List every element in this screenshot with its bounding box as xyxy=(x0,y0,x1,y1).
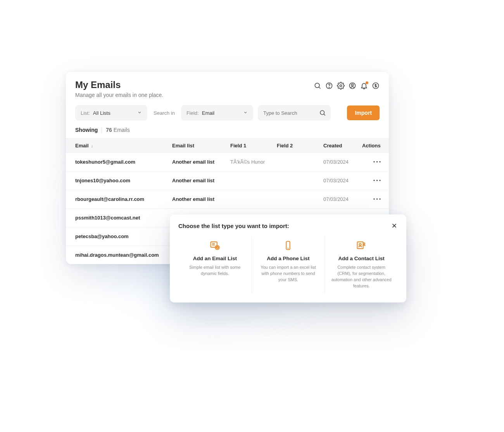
svg-point-20 xyxy=(363,243,365,244)
user-icon[interactable] xyxy=(349,82,356,90)
table-header: Email ↓ Email list Field 1 Field 2 Creat… xyxy=(66,138,389,153)
cell-created: 07/03/2024 xyxy=(323,159,362,165)
option-contact-list[interactable]: Add a Contact List Complete contact syst… xyxy=(324,236,398,293)
option-desc: Complete contact system (CRM), for segme… xyxy=(330,264,392,289)
dollar-icon[interactable] xyxy=(372,82,380,90)
option-title: Add a Phone List xyxy=(257,256,319,261)
field-filter-label: Field: xyxy=(186,110,199,116)
import-modal: Choose the list type you want to import:… xyxy=(170,214,406,302)
option-title: Add a Contact List xyxy=(330,256,392,261)
field-filter-value: Email xyxy=(202,110,215,116)
table-row: tokeshunor5@gmail.com Another email list… xyxy=(66,153,389,171)
col-created[interactable]: Created xyxy=(323,143,362,149)
svg-point-19 xyxy=(359,244,361,245)
svg-rect-12 xyxy=(211,242,217,247)
search-input[interactable] xyxy=(263,110,325,116)
help-icon[interactable] xyxy=(325,82,333,90)
cell-email: rbourgeault@carolina.rr.com xyxy=(75,196,172,202)
col-email[interactable]: Email ↓ xyxy=(75,143,172,149)
close-icon[interactable] xyxy=(391,222,398,229)
cell-email: mihai.dragos.muntean@gmail.com xyxy=(75,252,172,258)
cell-email: tokeshunor5@gmail.com xyxy=(75,159,172,165)
svg-point-6 xyxy=(352,84,354,86)
search-field[interactable] xyxy=(258,105,331,121)
cell-email: pssmith1013@comcast.net xyxy=(75,215,172,221)
page-subtitle: Manage all your emails in one place. xyxy=(75,92,163,98)
import-button[interactable]: Import xyxy=(347,105,380,120)
cell-field1: TÅ'kÃ©s Hunor xyxy=(230,159,277,165)
svg-point-0 xyxy=(315,83,319,88)
list-filter-label: List: xyxy=(81,110,90,116)
col-email-list[interactable]: Email list xyxy=(172,143,230,149)
svg-point-3 xyxy=(329,87,329,88)
cell-list: Another email list xyxy=(172,196,230,202)
chevron-down-icon xyxy=(137,110,142,116)
search-icon[interactable] xyxy=(314,82,321,90)
cell-created: 07/03/2024 xyxy=(323,196,362,202)
option-phone-list[interactable]: Add a Phone List You can import a an exc… xyxy=(252,236,325,293)
divider xyxy=(102,127,102,133)
cell-email: petecsba@yahoo.com xyxy=(75,233,172,239)
cell-email: tnjones10@yahoo.com xyxy=(75,178,172,183)
showing-count: 76 Emails xyxy=(106,127,129,133)
row-actions[interactable]: ••• xyxy=(362,159,393,165)
sort-arrow-icon: ↓ xyxy=(91,143,93,148)
modal-title: Choose the list type you want to import: xyxy=(178,223,289,229)
search-in-label: Search in xyxy=(152,110,176,116)
chevron-down-icon xyxy=(243,110,248,116)
row-actions[interactable]: ••• xyxy=(362,178,393,183)
email-list-icon xyxy=(209,240,220,251)
col-field1[interactable]: Field 1 xyxy=(230,143,277,149)
svg-line-1 xyxy=(319,87,321,89)
col-field2[interactable]: Field 2 xyxy=(277,143,323,149)
showing-label: Showing xyxy=(75,127,98,133)
cell-list: Another email list xyxy=(172,159,230,165)
cell-list: Another email list xyxy=(172,178,230,183)
header-icons xyxy=(314,82,380,90)
list-filter[interactable]: List: All Lists xyxy=(75,105,147,121)
page-title: My Emails xyxy=(75,79,163,90)
svg-point-4 xyxy=(340,85,342,87)
svg-line-9 xyxy=(324,114,325,115)
table-row: tnjones10@yahoo.com Another email list 0… xyxy=(66,171,389,190)
col-actions: Actions xyxy=(362,143,393,149)
option-email-list[interactable]: Add an Email List Simple email list with… xyxy=(178,236,252,293)
option-desc: You can import a an excel list with phon… xyxy=(257,264,319,283)
option-title: Add an Email List xyxy=(184,256,246,261)
bell-icon[interactable] xyxy=(360,82,368,90)
list-filter-value: All Lists xyxy=(93,110,110,116)
gear-icon[interactable] xyxy=(337,82,345,90)
svg-point-8 xyxy=(320,111,324,115)
search-icon[interactable] xyxy=(319,109,326,116)
phone-list-icon xyxy=(283,240,293,251)
field-filter[interactable]: Field: Email xyxy=(181,105,253,121)
cell-created: 07/03/2024 xyxy=(323,178,362,183)
table-row: rbourgeault@carolina.rr.com Another emai… xyxy=(66,190,389,209)
option-desc: Simple email list with some dynamic fiel… xyxy=(184,264,246,277)
notification-dot xyxy=(366,81,368,84)
contact-list-icon xyxy=(356,240,367,251)
row-actions[interactable]: ••• xyxy=(362,196,393,202)
